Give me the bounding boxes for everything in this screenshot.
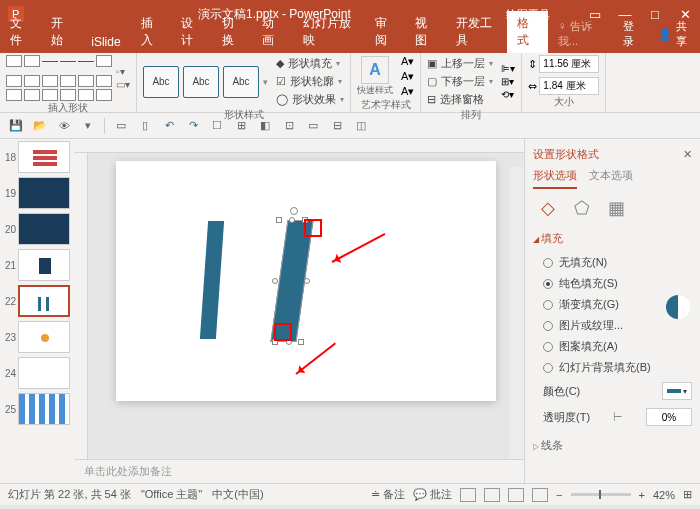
align-button[interactable]: ⊫▾ — [501, 63, 515, 74]
radio-pattern-fill[interactable]: 图案填充(A) — [533, 336, 692, 357]
wordart-quick-style[interactable]: A — [361, 56, 389, 84]
tab-insert[interactable]: 插入 — [131, 11, 172, 53]
radio-solid-fill[interactable]: 纯色填充(S) — [533, 273, 692, 294]
qat-btn-8[interactable]: ▭ — [305, 118, 321, 134]
slide-canvas[interactable] — [116, 161, 496, 401]
style-preset-3[interactable]: Abc — [223, 66, 259, 98]
share-button[interactable]: 👤共享 — [650, 15, 700, 53]
qat-btn-2[interactable]: ▭ — [113, 118, 129, 134]
qat-btn-9[interactable]: ⊟ — [329, 118, 345, 134]
tab-view[interactable]: 视图 — [405, 11, 446, 53]
shape-parallelogram-1[interactable] — [200, 221, 224, 339]
resize-handle[interactable] — [272, 278, 278, 284]
zoom-slider[interactable] — [571, 493, 631, 496]
resize-handle[interactable] — [276, 217, 282, 223]
save-button[interactable]: 💾 — [8, 118, 24, 134]
effects-icon[interactable]: ⬠ — [571, 197, 593, 219]
radio-slidebg-fill[interactable]: 幻灯片背景填充(B) — [533, 357, 692, 378]
view-sorter[interactable] — [484, 488, 500, 502]
transparency-input[interactable] — [646, 408, 692, 426]
thumb-25[interactable] — [18, 393, 70, 425]
zoom-value[interactable]: 42% — [653, 489, 675, 501]
fit-window[interactable]: ⊞ — [683, 488, 692, 501]
tab-format[interactable]: 格式 — [507, 11, 548, 53]
shape-effect-button[interactable]: ◯形状效果▾ — [276, 91, 344, 108]
zoom-in[interactable]: + — [639, 489, 645, 501]
edit-shape-button[interactable]: ▫▾ — [116, 66, 130, 77]
thumb-23[interactable] — [18, 321, 70, 353]
tab-islide[interactable]: iSlide — [81, 31, 130, 53]
style-more-button[interactable]: ▾ — [263, 77, 268, 87]
tellme-search[interactable]: ♀ 告诉我... — [548, 15, 615, 53]
undo-button[interactable]: ↶ — [161, 118, 177, 134]
vertical-scrollbar[interactable] — [510, 167, 524, 459]
thumb-21[interactable] — [18, 249, 70, 281]
radio-picture-fill[interactable]: 图片或纹理... — [533, 315, 692, 336]
thumb-20[interactable] — [18, 213, 70, 245]
tab-animation[interactable]: 动画 — [252, 11, 293, 53]
qat-btn-3[interactable]: ▯ — [137, 118, 153, 134]
tab-developer[interactable]: 开发工具 — [446, 11, 507, 53]
height-input[interactable] — [539, 55, 599, 73]
status-lang[interactable]: 中文(中国) — [212, 487, 263, 502]
notes-pane[interactable]: 单击此处添加备注 — [74, 459, 524, 483]
thumb-18[interactable] — [18, 141, 70, 173]
radio-no-fill[interactable]: 无填充(N) — [533, 252, 692, 273]
qat-btn-10[interactable]: ◫ — [353, 118, 369, 134]
notes-toggle[interactable]: ≐ 备注 — [371, 487, 405, 502]
text-fill-button[interactable]: A▾ — [401, 55, 414, 68]
size-props-icon[interactable]: ▦ — [605, 197, 627, 219]
thumb-22[interactable] — [18, 285, 70, 317]
pane-close-button[interactable]: ✕ — [683, 148, 692, 161]
resize-handle[interactable] — [298, 339, 304, 345]
tab-review[interactable]: 审阅 — [365, 11, 406, 53]
view-slideshow[interactable] — [532, 488, 548, 502]
preview-button[interactable]: 👁 — [56, 118, 72, 134]
pane-tab-text[interactable]: 文本选项 — [589, 168, 633, 189]
view-normal[interactable] — [460, 488, 476, 502]
shape-fill-button[interactable]: ◆形状填充▾ — [276, 55, 344, 72]
qat-btn-7[interactable]: ⊡ — [281, 118, 297, 134]
slide-edit-zone[interactable] — [88, 153, 524, 459]
group-button[interactable]: ⊞▾ — [501, 76, 515, 87]
style-preset-2[interactable]: Abc — [183, 66, 219, 98]
open-button[interactable]: 📂 — [32, 118, 48, 134]
resize-handle[interactable] — [289, 217, 295, 223]
redo-button[interactable]: ↷ — [185, 118, 201, 134]
tab-home[interactable]: 开始 — [41, 11, 82, 53]
width-input[interactable] — [539, 77, 599, 95]
tab-file[interactable]: 文件 — [0, 11, 41, 53]
tab-design[interactable]: 设计 — [171, 11, 212, 53]
rotation-handle[interactable] — [290, 207, 298, 215]
view-reading[interactable] — [508, 488, 524, 502]
shape-outline-button[interactable]: ☑形状轮廓▾ — [276, 73, 344, 90]
annotation-box-1 — [304, 219, 322, 237]
tab-slideshow[interactable]: 幻灯片放映 — [293, 11, 365, 53]
shape-gallery[interactable] — [6, 55, 112, 101]
thumb-19[interactable] — [18, 177, 70, 209]
style-preset-1[interactable]: Abc — [143, 66, 179, 98]
fill-color-picker[interactable]: ▾ — [662, 382, 692, 400]
resize-handle[interactable] — [304, 278, 310, 284]
comments-label: 批注 — [430, 488, 452, 500]
section-fill[interactable]: 填充 — [533, 231, 692, 246]
text-outline-button[interactable]: A▾ — [401, 70, 414, 83]
thumb-24[interactable] — [18, 357, 70, 389]
text-box-button[interactable]: ▭▾ — [116, 79, 130, 90]
text-effect-button[interactable]: A▾ — [401, 85, 414, 98]
bring-front-button[interactable]: ▣上移一层▾ — [427, 55, 493, 72]
pane-tab-shape[interactable]: 形状选项 — [533, 168, 577, 189]
fill-line-icon[interactable]: ◇ — [537, 197, 559, 219]
rotate-button[interactable]: ⟲▾ — [501, 89, 515, 100]
qat-btn-5[interactable]: ⊞ — [233, 118, 249, 134]
section-line[interactable]: 线条 — [533, 438, 692, 453]
send-back-button[interactable]: ▢下移一层▾ — [427, 73, 493, 90]
tab-transition[interactable]: 切换 — [212, 11, 253, 53]
qat-btn-4[interactable]: ☐ — [209, 118, 225, 134]
qat-btn-6[interactable]: ◧ — [257, 118, 273, 134]
radio-label: 图案填充(A) — [559, 339, 618, 354]
selection-pane-button[interactable]: ⊟选择窗格 — [427, 91, 493, 108]
login-button[interactable]: 登录 — [615, 15, 650, 53]
zoom-out[interactable]: − — [556, 489, 562, 501]
comments-toggle[interactable]: 💬 批注 — [413, 487, 452, 502]
